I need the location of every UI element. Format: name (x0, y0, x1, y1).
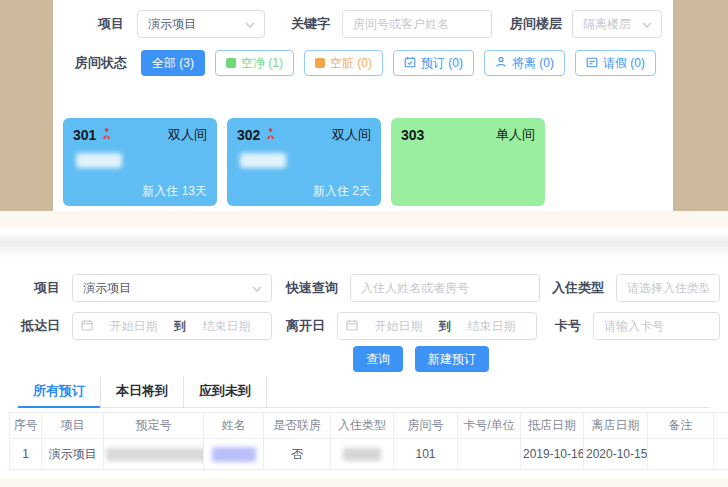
date-range-to-label: 到 (439, 318, 451, 335)
calendar-icon (346, 319, 358, 334)
status-button-vacant-dirty[interactable]: 空脏 (0) (304, 50, 383, 76)
chevron-down-icon (252, 281, 262, 295)
col-header-card-unit: 卡号/单位 (458, 413, 521, 439)
status-button-leave[interactable]: 请假 (0) (575, 50, 656, 76)
room-card-header: 303 单人间 (401, 126, 535, 144)
status-button-departing[interactable]: 将离 (0) (484, 50, 565, 76)
redacted-value (212, 447, 256, 462)
new-reservation-button[interactable]: 新建预订 (415, 346, 489, 372)
col-header-departure-date: 离店日期 (584, 413, 648, 439)
cell-checkin-type (331, 439, 394, 470)
status-button-label: 请假 (0) (603, 55, 645, 72)
start-date-placeholder: 开始日期 (362, 318, 435, 335)
col-header-arrival-date: 抵店日期 (521, 413, 584, 439)
room-card-header: 301 双人间 (73, 126, 207, 144)
project-select-value: 演示项目 (83, 280, 131, 297)
cell-card-unit (458, 439, 521, 470)
floor-select-placeholder: 隔离楼层 (583, 16, 631, 33)
end-date-placeholder: 结束日期 (455, 318, 528, 335)
status-button-label: 空净 (1) (241, 55, 283, 72)
project-select[interactable]: 演示项目 (72, 274, 272, 302)
person-icon (495, 56, 507, 71)
room-stay-info: 新入住 2天 (313, 183, 371, 200)
room-type: 双人间 (332, 126, 371, 144)
table-header-row: 序号 项目 预定号 姓名 是否联房 入住类型 房间号 卡号/单位 抵店日期 离店… (10, 413, 728, 439)
calendar-icon (81, 319, 93, 334)
departure-date-range-picker[interactable]: 开始日期 到 结束日期 (337, 312, 537, 340)
calendar-check-icon (404, 56, 416, 71)
keyword-input[interactable] (342, 10, 492, 38)
query-button[interactable]: 查询 (353, 346, 403, 372)
chevron-down-icon (642, 17, 652, 31)
guest-name-redacted (76, 153, 122, 168)
cell-room-no: 101 (394, 439, 458, 470)
tab-arriving-today[interactable]: 本日将到 (101, 376, 184, 407)
tab-expected-not-arrived[interactable]: 应到未到 (184, 376, 267, 407)
card-no-label: 卡号 (555, 317, 581, 335)
reservation-panel: 项目 演示项目 快速查询 入住类型 抵达日 开始日期 到 结束日期 离开日 (0, 228, 728, 478)
reservation-filter-row-1: 项目 演示项目 快速查询 入住类型 (8, 274, 720, 302)
cell-index: 1 (10, 439, 42, 470)
start-date-placeholder: 开始日期 (97, 318, 170, 335)
project-label: 项目 (8, 279, 60, 297)
room-number: 301 (73, 127, 96, 143)
project-select-value: 演示项目 (148, 16, 196, 33)
guest-name-redacted (240, 153, 286, 168)
status-button-reserved[interactable]: 预订 (0) (393, 50, 474, 76)
page-background: 项目 演示项目 关键字 房间楼层 隔离楼层 房间状态 全部 (3) (0, 0, 728, 211)
room-card-301[interactable]: 301 双人间 新入住 13天 (63, 118, 217, 206)
reservation-table: 序号 项目 预定号 姓名 是否联房 入住类型 房间号 卡号/单位 抵店日期 离店… (9, 412, 728, 470)
status-button-vacant-clean[interactable]: 空净 (1) (215, 50, 294, 76)
room-card-302[interactable]: 302 双人间 新入住 2天 (227, 118, 381, 206)
date-range-to-label: 到 (174, 318, 186, 335)
room-board-filter-row: 项目 演示项目 关键字 房间楼层 隔离楼层 (98, 10, 673, 38)
project-select[interactable]: 演示项目 (137, 10, 265, 38)
col-header-linked-room: 是否联房 (264, 413, 331, 439)
quick-search-label: 快速查询 (286, 279, 338, 297)
card-no-input[interactable] (593, 312, 720, 340)
room-card-header: 302 双人间 (237, 126, 371, 144)
guest-occupied-icon (265, 126, 276, 144)
redacted-value (106, 448, 204, 461)
checkin-type-label: 入住类型 (552, 279, 604, 297)
col-header-name: 姓名 (204, 413, 264, 439)
chevron-down-icon (245, 17, 255, 31)
room-type: 单人间 (496, 126, 535, 144)
status-button-all[interactable]: 全部 (3) (141, 50, 205, 76)
col-header-remark: 备注 (648, 413, 714, 439)
action-button-row: 查询 新建预订 (0, 346, 728, 372)
col-header-room-no: 房间号 (394, 413, 458, 439)
table-row: 1 演示项目 否 101 2019-10-16 2020-10-15 (10, 439, 728, 470)
room-status-filter-row: 房间状态 全部 (3) 空净 (1) 空脏 (0) 预订 (0) (75, 50, 673, 76)
tab-all-reservations[interactable]: 所有预订 (18, 376, 101, 407)
col-header-project: 项目 (42, 413, 104, 439)
checkin-type-select[interactable] (616, 274, 720, 302)
reservation-filter-row-2: 抵达日 开始日期 到 结束日期 离开日 开始日期 到 结束日期 卡号 (8, 312, 720, 340)
quick-search-input[interactable] (350, 274, 540, 302)
room-board-panel: 项目 演示项目 关键字 房间楼层 隔离楼层 房间状态 全部 (3) (53, 0, 673, 211)
arrival-date-range-picker[interactable]: 开始日期 到 结束日期 (72, 312, 272, 340)
section-divider (0, 211, 728, 228)
room-number: 302 (237, 127, 260, 143)
col-header-checkin-type: 入住类型 (331, 413, 394, 439)
room-stay-info: 新入住 13天 (142, 183, 207, 200)
orange-square-icon (315, 58, 325, 68)
cell-linked-room: 否 (264, 439, 331, 470)
arrival-date-label: 抵达日 (8, 317, 60, 335)
room-card-303[interactable]: 303 单人间 (391, 118, 545, 206)
cell-project: 演示项目 (42, 439, 104, 470)
room-number: 303 (401, 127, 424, 143)
reservation-table-wrap: 序号 项目 预定号 姓名 是否联房 入住类型 房间号 卡号/单位 抵店日期 离店… (9, 412, 728, 470)
reservation-tabs: 所有预订 本日将到 应到未到 (18, 376, 710, 408)
redacted-value (343, 448, 381, 461)
col-header-reservation-no: 预定号 (104, 413, 204, 439)
departure-date-label: 离开日 (286, 317, 325, 335)
floor-select[interactable]: 隔离楼层 (572, 10, 662, 38)
green-square-icon (226, 58, 236, 68)
guest-occupied-icon (101, 126, 112, 144)
col-header-extra (714, 413, 728, 439)
cell-name (204, 439, 264, 470)
status-button-label: 将离 (0) (512, 55, 554, 72)
room-card-list: 301 双人间 新入住 13天 302 双人间 新 (63, 118, 673, 206)
status-button-label: 空脏 (0) (330, 55, 372, 72)
